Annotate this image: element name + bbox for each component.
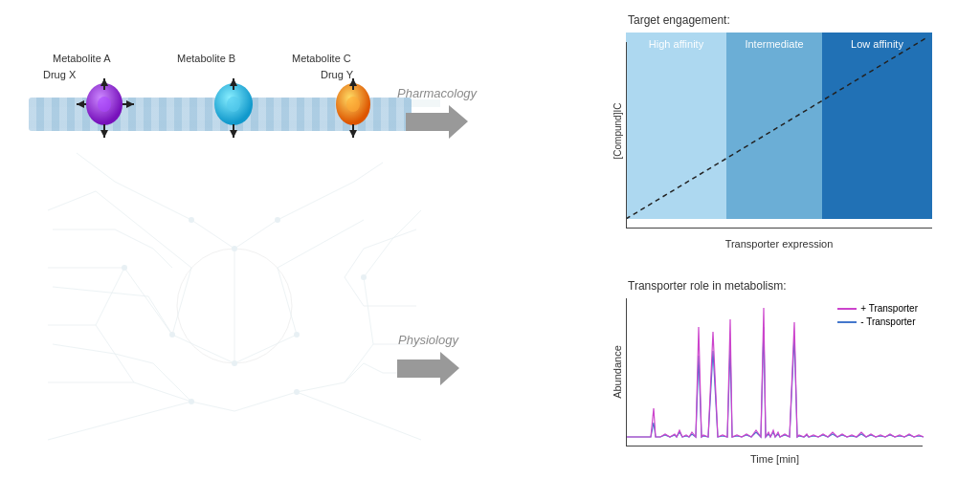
svg-line-45	[345, 249, 364, 277]
legend-minus-label: - Transporter	[860, 316, 915, 327]
svg-point-63	[98, 97, 111, 112]
svg-line-29	[48, 191, 96, 210]
svg-point-57	[232, 360, 237, 366]
svg-line-44	[364, 229, 416, 249]
svg-line-4	[115, 182, 153, 201]
svg-marker-65	[100, 78, 108, 86]
svg-line-15	[234, 335, 297, 363]
svg-point-58	[189, 399, 194, 404]
metab-x-label: Time [min]	[750, 453, 799, 465]
svg-line-14	[172, 335, 234, 363]
svg-line-19	[96, 268, 124, 325]
legend-plus-label: + Transporter	[860, 303, 918, 314]
metabolite-b-label: Metabolite B	[177, 53, 235, 64]
svg-line-7	[234, 220, 278, 249]
svg-point-60	[361, 274, 367, 280]
legend: + Transporter - Transporter	[837, 303, 918, 327]
left-panel: Metabolite A Drug X Metabolite B Metabol…	[0, 0, 469, 501]
svg-line-43	[153, 363, 191, 402]
metabolism-panel: Transporter role in metabolism: Abundanc…	[588, 277, 961, 488]
svg-line-50	[364, 363, 383, 373]
svg-line-18	[124, 268, 172, 335]
svg-line-51	[345, 363, 364, 382]
svg-point-56	[294, 332, 300, 338]
legend-plus: + Transporter	[837, 303, 918, 314]
svg-line-34	[297, 392, 421, 440]
metabolite-c-label: Metabolite C	[292, 53, 351, 64]
target-engagement-title: Target engagement:	[628, 13, 961, 27]
metabolism-chart: Abundance Time [min] + Transporter - Tra…	[626, 298, 923, 447]
target-engagement-panel: Target engagement: [Compund]IC High affi…	[588, 10, 961, 258]
svg-line-24	[297, 382, 345, 392]
pharmacology-label: Pharmacology	[397, 86, 477, 100]
svg-line-39	[53, 287, 148, 296]
svg-line-27	[364, 239, 392, 277]
legend-minus-line	[837, 321, 857, 323]
svg-line-21	[134, 382, 191, 402]
physiology-arrow-group: Physiology	[397, 333, 459, 385]
physiology-arrow-icon	[397, 352, 459, 385]
svg-line-38	[153, 249, 172, 268]
svg-line-33	[48, 402, 191, 440]
svg-point-73	[227, 97, 240, 112]
pharmacology-arrow-group: Pharmacology	[397, 86, 477, 139]
metabolite-a-label: Metabolite A	[53, 53, 111, 64]
svg-line-28	[392, 210, 421, 239]
svg-line-25	[345, 344, 373, 382]
svg-line-8	[278, 201, 316, 220]
svg-point-52	[189, 217, 194, 223]
svg-marker-85	[397, 352, 459, 385]
metab-y-label: Abundance	[612, 345, 623, 399]
svg-line-5	[153, 201, 191, 220]
x-axis-label: Transporter expression	[725, 238, 834, 250]
legend-minus: - Transporter	[837, 316, 918, 327]
svg-point-53	[232, 246, 237, 251]
svg-line-17	[278, 220, 364, 268]
svg-point-79	[346, 97, 360, 112]
svg-marker-83	[349, 130, 357, 138]
svg-marker-77	[230, 130, 237, 138]
svg-line-46	[345, 277, 364, 306]
svg-marker-84	[406, 105, 468, 139]
svg-point-61	[122, 265, 127, 271]
target-engagement-chart: [Compund]IC High affinity Intermediate L…	[626, 33, 932, 229]
metabolism-title: Transporter role in metabolism:	[628, 279, 961, 293]
svg-marker-67	[100, 130, 108, 138]
svg-line-22	[191, 402, 234, 411]
chart-axes	[626, 42, 932, 229]
svg-line-10	[354, 163, 383, 182]
svg-marker-75	[230, 78, 237, 86]
physiology-label: Physiology	[398, 333, 458, 347]
svg-point-55	[169, 332, 175, 338]
svg-marker-71	[126, 100, 134, 108]
svg-line-40	[148, 296, 172, 335]
pharmacology-arrow-icon	[406, 105, 468, 139]
svg-line-13	[172, 268, 191, 335]
svg-point-59	[294, 389, 300, 395]
svg-marker-69	[77, 100, 84, 108]
y-axis-label: [Compund]IC	[612, 102, 623, 159]
svg-line-23	[234, 392, 297, 411]
svg-line-16	[278, 268, 297, 335]
transporters-svg	[29, 78, 421, 150]
svg-line-3	[77, 153, 115, 182]
svg-marker-81	[349, 78, 357, 86]
svg-line-26	[364, 277, 373, 344]
legend-plus-line	[837, 308, 857, 310]
svg-point-54	[275, 217, 280, 223]
svg-line-41	[53, 344, 115, 354]
svg-line-9	[316, 182, 354, 201]
svg-line-6	[191, 220, 234, 249]
